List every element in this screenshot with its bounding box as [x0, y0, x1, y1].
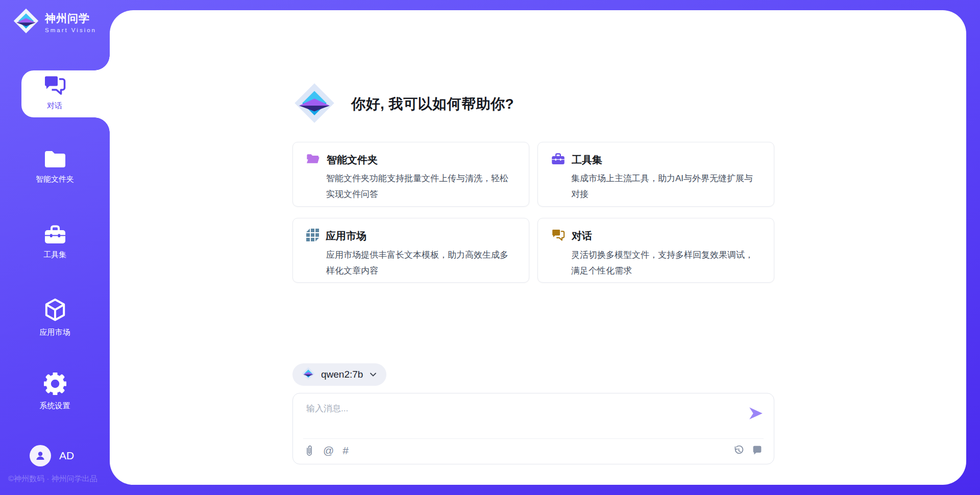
card-toolset[interactable]: 工具集 集成市场上主流工具，助力AI与外界无缝扩展与对接 — [537, 142, 774, 207]
person-icon — [34, 450, 46, 462]
card-title: 对话 — [572, 229, 592, 243]
brand: 神州问学 Smart Vision — [13, 8, 96, 36]
cube-icon — [44, 298, 66, 323]
card-smart-folder[interactable]: 智能文件夹 智能文件夹功能支持批量文件上传与清洗，轻松实现文件问答 — [292, 142, 529, 207]
greeting-block: 你好, 我可以如何帮助你? — [294, 83, 514, 126]
sidebar-item-label: 工具集 — [43, 250, 66, 260]
user-account[interactable]: AD — [30, 445, 74, 466]
message-input[interactable] — [305, 402, 741, 432]
brand-logo-icon — [13, 8, 39, 36]
assistant-logo-icon — [294, 83, 335, 126]
card-title: 工具集 — [572, 153, 602, 167]
user-name: AD — [59, 450, 74, 462]
copyright-text: ©神州数码 · 神州问学出品 — [8, 474, 97, 484]
history-icon[interactable] — [733, 444, 744, 456]
card-title: 智能文件夹 — [327, 153, 378, 167]
sidebar-item-label: 智能文件夹 — [36, 175, 74, 184]
composer: @ # — [292, 393, 774, 464]
at-icon[interactable]: @ — [323, 444, 334, 457]
model-name: qwen2:7b — [321, 369, 363, 380]
active-tab-fillet-bottom — [94, 117, 110, 133]
chat-bubbles-icon — [551, 229, 565, 243]
sidebar-item-folders[interactable]: 智能文件夹 — [0, 149, 110, 184]
card-description: 灵活切换多模型文件，支持多样回复效果调试，满足个性化需求 — [571, 247, 761, 279]
sidebar-item-tools[interactable]: 工具集 — [0, 225, 110, 260]
composer-divider — [303, 438, 764, 439]
feature-cards: 智能文件夹 智能文件夹功能支持批量文件上传与清洗，轻松实现文件问答 工具集 集成… — [292, 142, 774, 283]
sidebar-item-label: 对话 — [47, 101, 62, 111]
gear-icon — [44, 373, 66, 397]
card-chat[interactable]: 对话 灵活切换多模型文件，支持多样回复效果调试，满足个性化需求 — [537, 218, 774, 283]
hash-icon[interactable]: # — [342, 444, 349, 457]
chat-icon — [43, 75, 66, 98]
paperclip-icon[interactable] — [304, 444, 314, 457]
card-description: 集成市场上主流工具，助力AI与外界无缝扩展与对接 — [571, 170, 761, 202]
folder-open-icon — [306, 153, 320, 167]
card-app-market[interactable]: 应用市场 应用市场提供丰富长文本模板，助力高效生成多样化文章内容 — [292, 218, 529, 283]
sidebar-item-settings[interactable]: 系统设置 — [0, 373, 110, 411]
sidebar: 神州问学 Smart Vision 对话 智能文件夹 — [0, 0, 110, 495]
folder-icon — [44, 149, 66, 170]
send-icon[interactable] — [748, 406, 764, 421]
comment-icon[interactable] — [752, 445, 763, 456]
card-description: 应用市场提供丰富长文本模板，助力高效生成多样化文章内容 — [326, 247, 516, 279]
toolbox-icon — [44, 225, 66, 245]
sidebar-item-chat[interactable]: 对话 — [21, 75, 88, 111]
sidebar-item-market[interactable]: 应用市场 — [0, 298, 110, 337]
card-title: 应用市场 — [326, 229, 366, 243]
sidebar-item-label: 应用市场 — [40, 328, 70, 337]
brand-tagline: Smart Vision — [45, 27, 96, 33]
briefcase-icon — [551, 153, 565, 167]
greeting-title: 你好, 我可以如何帮助你? — [351, 94, 514, 114]
model-logo-icon — [302, 367, 315, 382]
card-description: 智能文件夹功能支持批量文件上传与清洗，轻松实现文件问答 — [326, 170, 516, 202]
model-selector[interactable]: qwen2:7b — [292, 363, 386, 386]
sidebar-item-label: 系统设置 — [40, 401, 70, 411]
chevron-down-icon — [369, 370, 377, 379]
app-window: 神州问学 Smart Vision 对话 智能文件夹 — [0, 0, 980, 495]
brand-name: 神州问学 — [45, 11, 96, 26]
grid-cube-icon — [306, 229, 319, 243]
active-tab-fillet-top — [94, 55, 110, 70]
avatar — [30, 445, 51, 466]
